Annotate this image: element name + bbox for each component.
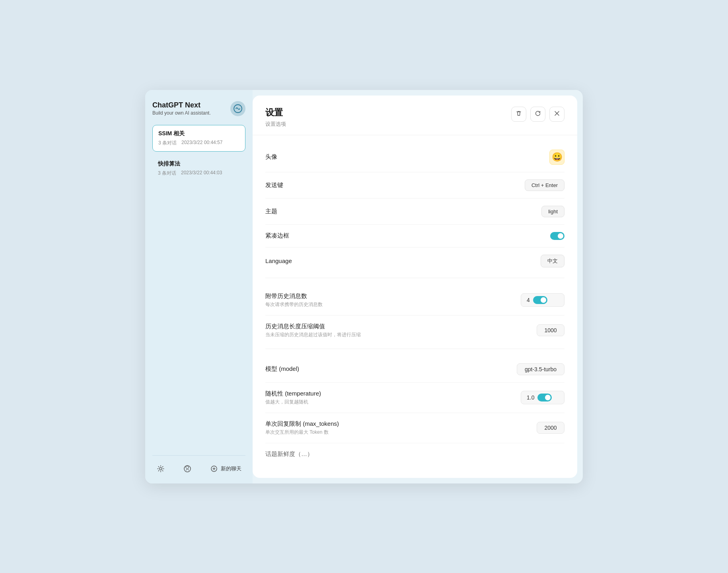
- svg-point-2: [184, 466, 191, 472]
- setting-value-temperature: 1.0: [521, 391, 564, 404]
- panel-title-area: 设置 设置选项: [265, 107, 286, 128]
- settings-content[interactable]: 头像 😀 发送键 Ctrl + Enter 主题: [253, 135, 577, 478]
- settings-title: 设置: [265, 107, 286, 119]
- conversation-list: SSIM 相关 3 条对话 2023/3/22 00:44:57 快排算法 3 …: [152, 125, 245, 450]
- settings-section-model: 模型 (model) gpt-3.5-turbo 随机性 (temperatur…: [265, 356, 564, 465]
- conv-count-quicksort: 3 条对话: [158, 170, 176, 177]
- temperature-number: 1.0: [527, 394, 534, 401]
- new-chat-button[interactable]: 新的聊天: [206, 462, 245, 476]
- setting-row-max-tokens: 单次回复限制 (max_tokens) 单次交互所用的最大 Token 数 20…: [265, 413, 564, 443]
- github-button[interactable]: [179, 462, 196, 476]
- setting-label-group-compress: 历史消息长度压缩阈值 当未压缩的历史消息超过该值时，将进行压缩: [265, 323, 361, 338]
- setting-label-send-key: 发送键: [265, 181, 283, 189]
- compact-border-toggle[interactable]: [550, 232, 564, 240]
- setting-label-compact-border: 紧凑边框: [265, 232, 289, 240]
- sidebar-header: ChatGPT Next Build your own AI assistant…: [152, 101, 245, 116]
- setting-sublabel-history-count: 每次请求携带的历史消息数: [265, 301, 323, 308]
- setting-value-max-tokens: 2000: [537, 422, 564, 434]
- conv-title-quicksort: 快排算法: [158, 160, 240, 168]
- panel-header: 设置 设置选项: [253, 96, 577, 135]
- conv-time-quicksort: 2023/3/22 00:44:03: [181, 170, 222, 177]
- setting-row-send-key: 发送键 Ctrl + Enter: [265, 172, 564, 199]
- setting-label-language: Language: [265, 257, 292, 264]
- conv-meta-ssim: 3 条对话 2023/3/22 00:44:57: [158, 140, 239, 146]
- settings-icon: [156, 464, 165, 473]
- history-count-control[interactable]: 4: [521, 293, 564, 307]
- setting-row-presence-penalty: 话题新鲜度（…）: [265, 443, 564, 465]
- setting-row-history-count: 附带历史消息数 每次请求携带的历史消息数 4: [265, 285, 564, 316]
- setting-value-compress: 1000: [537, 324, 564, 336]
- history-count-toggle[interactable]: [533, 296, 547, 304]
- conversation-item-ssim[interactable]: SSIM 相关 3 条对话 2023/3/22 00:44:57: [152, 125, 245, 152]
- setting-label-history-count: 附带历史消息数: [265, 292, 323, 300]
- sidebar-footer: 新的聊天: [152, 455, 245, 476]
- setting-sublabel-temperature: 值越大，回复越随机: [265, 399, 321, 405]
- conversation-item-quicksort[interactable]: 快排算法 3 条对话 2023/3/22 00:44:03: [152, 156, 245, 181]
- delete-icon: [516, 110, 522, 118]
- setting-value-theme: light: [541, 206, 564, 217]
- setting-label-group-history-count: 附带历史消息数 每次请求携带的历史消息数: [265, 292, 323, 308]
- avatar-emoji-char: 😀: [552, 152, 563, 162]
- setting-label-theme: 主题: [265, 208, 277, 215]
- history-count-number: 4: [527, 297, 530, 303]
- section-divider-2: [265, 349, 564, 349]
- setting-label-group-temperature: 随机性 (temperature) 值越大，回复越随机: [265, 390, 321, 405]
- app-container: ChatGPT Next Build your own AI assistant…: [145, 90, 583, 483]
- sidebar: ChatGPT Next Build your own AI assistant…: [145, 90, 253, 483]
- section-divider-1: [265, 278, 564, 278]
- svg-point-1: [160, 468, 162, 470]
- avatar-emoji[interactable]: 😀: [549, 150, 564, 165]
- setting-label-max-tokens: 单次回复限制 (max_tokens): [265, 420, 339, 428]
- setting-sublabel-compress: 当未压缩的历史消息超过该值时，将进行压缩: [265, 331, 361, 338]
- setting-row-model: 模型 (model) gpt-3.5-turbo: [265, 356, 564, 383]
- panel-header-actions: [511, 107, 564, 122]
- temperature-control[interactable]: 1.0: [521, 391, 564, 404]
- setting-value-avatar: 😀: [549, 150, 564, 165]
- main-panel: 设置 设置选项: [253, 96, 577, 478]
- compress-threshold-input[interactable]: 1000: [537, 324, 564, 336]
- max-tokens-input[interactable]: 2000: [537, 422, 564, 434]
- setting-value-history-count: 4: [521, 293, 564, 307]
- setting-value-language: 中文: [541, 255, 564, 267]
- refresh-button[interactable]: [530, 107, 545, 122]
- refresh-icon: [535, 110, 541, 118]
- setting-value-compact-border: [550, 232, 564, 240]
- send-key-button[interactable]: Ctrl + Enter: [525, 179, 564, 191]
- setting-label-avatar: 头像: [265, 153, 277, 161]
- setting-row-theme: 主题 light: [265, 199, 564, 225]
- logo-icon: [230, 101, 245, 116]
- setting-value-send-key: Ctrl + Enter: [525, 179, 564, 191]
- setting-label-temperature: 随机性 (temperature): [265, 390, 321, 398]
- close-icon: [554, 111, 560, 118]
- setting-label-presence-penalty: 话题新鲜度（…）: [265, 450, 313, 458]
- settings-subtitle: 设置选项: [265, 121, 286, 127]
- settings-section-history: 附带历史消息数 每次请求携带的历史消息数 4 历史消息长度压缩阈值 当未压: [265, 285, 564, 345]
- conv-meta-quicksort: 3 条对话 2023/3/22 00:44:03: [158, 170, 240, 177]
- setting-row-compress-threshold: 历史消息长度压缩阈值 当未压缩的历史消息超过该值时，将进行压缩 1000: [265, 316, 564, 345]
- setting-label-model: 模型 (model): [265, 365, 299, 373]
- setting-row-temperature: 随机性 (temperature) 值越大，回复越随机 1.0: [265, 383, 564, 413]
- setting-label-group-max-tokens: 单次回复限制 (max_tokens) 单次交互所用的最大 Token 数: [265, 420, 339, 436]
- setting-row-avatar: 头像 😀: [265, 142, 564, 172]
- setting-label-compress: 历史消息长度压缩阈值: [265, 323, 361, 330]
- setting-sublabel-max-tokens: 单次交互所用的最大 Token 数: [265, 429, 339, 436]
- sidebar-logo-text: ChatGPT Next Build your own AI assistant…: [152, 101, 211, 116]
- conv-time-ssim: 2023/3/22 00:44:57: [181, 140, 222, 146]
- settings-button[interactable]: [152, 462, 169, 476]
- temperature-toggle[interactable]: [537, 394, 552, 401]
- github-icon: [183, 464, 192, 473]
- setting-value-model: gpt-3.5-turbo: [517, 363, 564, 375]
- close-button[interactable]: [549, 107, 564, 122]
- app-title: ChatGPT Next: [152, 101, 211, 109]
- new-chat-icon: [210, 464, 218, 473]
- setting-row-language: Language 中文: [265, 248, 564, 275]
- conv-title-ssim: SSIM 相关: [158, 130, 239, 137]
- theme-button[interactable]: light: [541, 206, 564, 217]
- conv-count-ssim: 3 条对话: [158, 140, 177, 146]
- model-input[interactable]: gpt-3.5-turbo: [517, 363, 564, 375]
- app-subtitle: Build your own AI assistant.: [152, 110, 211, 116]
- delete-button[interactable]: [511, 107, 526, 122]
- setting-row-compact-border: 紧凑边框: [265, 225, 564, 248]
- new-chat-label: 新的聊天: [221, 465, 241, 472]
- language-button[interactable]: 中文: [541, 255, 564, 267]
